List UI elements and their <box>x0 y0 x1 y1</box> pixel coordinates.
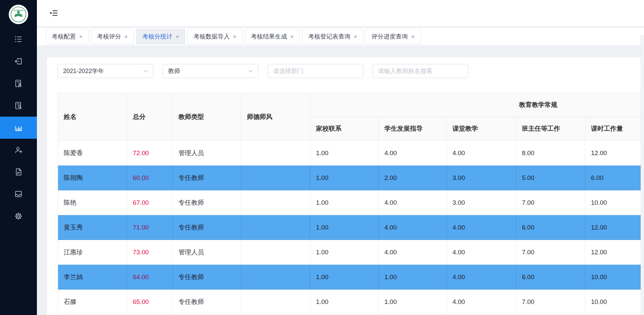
cell-value: 3.00 <box>447 166 516 190</box>
cell-shide <box>241 166 310 190</box>
file-icon <box>14 168 23 176</box>
scrollbar-track[interactable] <box>641 35 644 315</box>
tab-label: 考核数据导入 <box>194 33 230 41</box>
table-row[interactable]: 黄玉秀71.00专任教师1.004.004.006.0012.00 <box>58 215 644 240</box>
cell-value: 7.00 <box>516 240 585 265</box>
tab-3[interactable]: 考核分统计× <box>136 29 185 44</box>
role-select[interactable]: 教师 <box>163 64 258 78</box>
tab-6[interactable]: 考核登记表查询× <box>302 29 363 44</box>
cell-value: 12.00 <box>585 215 644 240</box>
sidebar-item-import[interactable] <box>0 50 37 72</box>
sidebar-item-bar-chart[interactable] <box>0 117 37 139</box>
cell-name: 陈艳 <box>58 190 127 215</box>
column-header: 姓名 <box>58 93 127 141</box>
table-container: 姓名总分教师类型师德师风教育教学常规家校联系学生发展指导课堂教学班主任等工作课时… <box>58 93 644 314</box>
column-group-header: 教育教学常规 <box>310 93 644 117</box>
tab-close-icon[interactable]: × <box>290 34 294 40</box>
sidebar <box>0 0 37 315</box>
table-header-row-group: 姓名总分教师类型师德师风教育教学常规 <box>58 93 644 117</box>
cell-value: 1.00 <box>310 290 379 314</box>
cell-value: 4.00 <box>447 141 516 166</box>
tab-close-icon[interactable]: × <box>176 34 179 40</box>
column-header: 总分 <box>127 93 173 141</box>
sub-column-header: 课时工作量 <box>585 117 644 141</box>
cell-name: 陈爱香 <box>58 141 127 166</box>
cell-value: 3.00 <box>447 190 516 215</box>
sidebar-item-file[interactable] <box>0 161 37 183</box>
tab-label: 考核结果生成 <box>251 33 287 41</box>
table-row[interactable]: 陈朔陶60.00专任教师1.002.003.005.006.00 <box>58 166 644 190</box>
tab-5[interactable]: 考核结果生成× <box>245 29 300 44</box>
chevron-down-icon <box>143 70 148 73</box>
sidebar-item-gear[interactable] <box>0 205 37 227</box>
cell-shide <box>241 290 310 314</box>
sub-column-header: 家校联系 <box>310 117 379 141</box>
cell-value: 1.00 <box>310 215 379 240</box>
cell-value: 6.00 <box>516 215 585 240</box>
tab-1[interactable]: 考核配置× <box>46 29 89 44</box>
cell-value: 1.00 <box>310 141 379 166</box>
tab-4[interactable]: 考核数据导入× <box>187 29 243 44</box>
school-logo[interactable] <box>9 5 28 24</box>
gear-icon <box>14 212 23 220</box>
table-row[interactable]: 陈艳67.00专任教师1.004.003.007.0010.00 <box>58 190 644 215</box>
table-body: 陈爱香72.00管理人员1.004.004.008.0012.00陈朔陶60.0… <box>58 141 644 314</box>
document-user-icon <box>14 79 23 88</box>
school-year-select[interactable]: 2021-2022学年 <box>58 64 153 78</box>
cell-value: 4.00 <box>379 215 447 240</box>
cell-value: 4.00 <box>379 190 447 215</box>
table-row[interactable]: 江惠珍73.00管理人员1.004.004.007.0012.00 <box>58 240 644 265</box>
sub-column-header: 班主任等工作 <box>516 117 585 141</box>
cell-value: 6.00 <box>585 166 644 190</box>
school-logo-icon <box>9 5 28 24</box>
tab-label: 考核登记表查询 <box>308 33 351 41</box>
tab-2[interactable]: 考核评分× <box>91 29 134 44</box>
table-row[interactable]: 陈爱香72.00管理人员1.004.004.008.0012.00 <box>58 141 644 166</box>
cell-value: 1.00 <box>310 166 379 190</box>
select-value: 教师 <box>168 67 180 75</box>
cell-type: 专任教师 <box>173 290 241 314</box>
cell-score: 72.00 <box>127 141 173 166</box>
user-add-icon <box>14 145 23 154</box>
table-row[interactable]: 石滕65.00专任教师1.001.004.007.0010.00 <box>58 290 644 314</box>
cell-value: 4.00 <box>447 215 516 240</box>
bar-chart-icon <box>14 123 23 132</box>
tab-close-icon[interactable]: × <box>79 34 83 40</box>
cell-value: 12.00 <box>585 240 644 265</box>
cell-value: 4.00 <box>447 265 516 290</box>
cell-value: 10.00 <box>585 265 644 290</box>
sidebar-item-inbox[interactable] <box>0 183 37 205</box>
sidebar-item-user-add[interactable] <box>0 139 37 161</box>
tab-7[interactable]: 评分进度查询× <box>366 29 421 44</box>
cell-value: 8.00 <box>516 141 585 166</box>
tab-close-icon[interactable]: × <box>233 34 236 40</box>
app-root: 考核配置×考核评分×考核分统计×考核数据导入×考核结果生成×考核登记表查询×评分… <box>0 0 644 315</box>
cell-value: 5.00 <box>516 166 585 190</box>
chevron-down-icon <box>248 70 253 73</box>
cell-shide <box>241 240 310 265</box>
cell-value: 1.00 <box>310 190 379 215</box>
sidebar-item-document-search[interactable] <box>0 94 37 117</box>
sidebar-item-list[interactable] <box>0 28 37 50</box>
table-head: 姓名总分教师类型师德师风教育教学常规家校联系学生发展指导课堂教学班主任等工作课时… <box>58 93 644 141</box>
cell-shide <box>241 265 310 290</box>
cell-value: 1.00 <box>310 240 379 265</box>
tab-close-icon[interactable]: × <box>354 34 357 40</box>
cell-score: 67.00 <box>127 190 173 215</box>
tab-close-icon[interactable]: × <box>124 34 128 40</box>
cell-value: 1.00 <box>379 290 447 314</box>
menu-fold-icon[interactable] <box>49 8 58 18</box>
cell-type: 管理人员 <box>173 240 241 265</box>
table-row[interactable]: 李兰娟64.00专任教师1.001.004.006.0010.00 <box>58 265 644 290</box>
sub-column-header: 学生发展指导 <box>379 117 447 141</box>
cell-value: 4.00 <box>447 290 516 314</box>
department-input[interactable] <box>268 64 363 78</box>
tab-bar: 考核配置×考核评分×考核分统计×考核数据导入×考核结果生成×考核登记表查询×评分… <box>37 28 644 45</box>
column-header: 师德师风 <box>241 93 310 141</box>
tab-close-icon[interactable]: × <box>411 34 415 40</box>
cell-type: 专任教师 <box>173 265 241 290</box>
teacher-name-search-input[interactable] <box>373 64 468 78</box>
sidebar-item-document-user[interactable] <box>0 72 37 94</box>
cell-value: 2.00 <box>379 166 447 190</box>
cell-value: 1.00 <box>379 265 447 290</box>
